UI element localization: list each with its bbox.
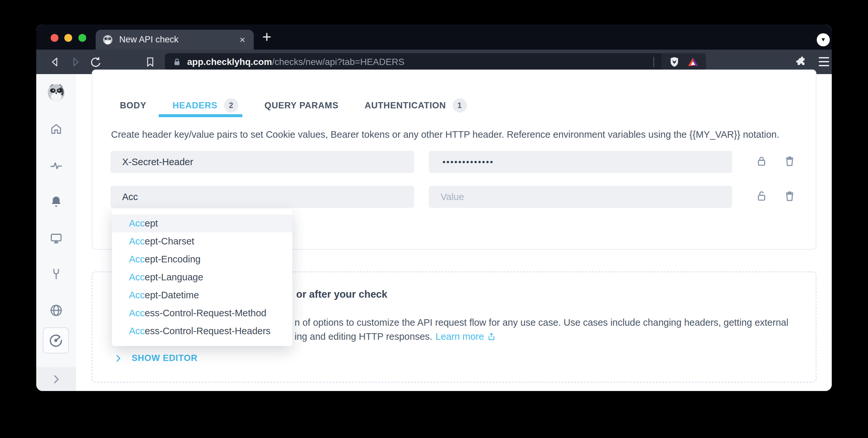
expand-sidebar-chevron-icon[interactable]: [50, 373, 62, 385]
autocomplete-option[interactable]: Accept-Datetime: [112, 286, 292, 304]
tab-query-params[interactable]: QUERY PARAMS: [265, 101, 339, 111]
close-window-button[interactable]: [51, 34, 58, 42]
section-body-line2-fragment: ing and editing HTTP responses.: [294, 331, 432, 342]
show-editor-button[interactable]: SHOW EDITOR: [113, 353, 197, 363]
menu-icon[interactable]: [819, 57, 829, 69]
brave-shield-icon[interactable]: [669, 56, 680, 68]
minimize-window-button[interactable]: [64, 34, 72, 42]
desktop-background: New API check × + ▼: [0, 0, 868, 438]
maintenance-wrench-icon[interactable]: [49, 267, 63, 281]
section-body-line2: ing and editing HTTP responses. Learn mo…: [294, 331, 496, 342]
chevron-right-icon: [113, 353, 123, 363]
back-icon[interactable]: [49, 56, 62, 68]
autocomplete-option[interactable]: Accept-Encoding: [112, 250, 292, 268]
checkly-favicon: [102, 34, 113, 45]
reload-icon[interactable]: [89, 56, 102, 69]
headers-description: Create header key/value pairs to set Coo…: [111, 129, 779, 140]
tab-body[interactable]: BODY: [120, 101, 146, 111]
tab-title: New API check: [119, 35, 238, 45]
bookmark-icon[interactable]: [144, 56, 156, 68]
url-host: app.checklyhq.com: [187, 57, 272, 67]
forward-icon[interactable]: [69, 56, 81, 68]
authentication-count-badge: 1: [453, 98, 467, 112]
header-value-input-1[interactable]: [429, 151, 732, 173]
autocomplete-option[interactable]: Accept-Language: [112, 268, 292, 286]
header-name-autocomplete-dropdown: Accept Accept-Charset Accept-Encoding Ac…: [112, 209, 292, 346]
autocomplete-option[interactable]: Access-Control-Request-Headers: [112, 322, 292, 340]
tab-search-button[interactable]: ▼: [817, 33, 830, 46]
home-icon[interactable]: [50, 123, 63, 135]
autocomplete-option[interactable]: Accept: [112, 214, 292, 232]
toolbar-separator: [653, 57, 654, 67]
close-tab-icon[interactable]: ×: [238, 35, 247, 45]
bat-token-icon[interactable]: [687, 56, 699, 68]
autocomplete-option[interactable]: Access-Control-Request-Method: [112, 304, 292, 322]
brave-badges: [661, 53, 706, 70]
dashboards-monitor-icon[interactable]: [49, 231, 63, 245]
browser-tab[interactable]: New API check ×: [96, 30, 254, 49]
app-sidebar: [36, 74, 76, 391]
external-link-icon: [487, 332, 496, 342]
browser-window: New API check × + ▼: [36, 25, 832, 391]
sidebar-footer: [36, 367, 76, 391]
learn-more-link[interactable]: Learn more: [436, 331, 496, 342]
zoom-window-button[interactable]: [79, 34, 86, 42]
tab-headers[interactable]: HEADERS 2: [173, 98, 238, 112]
tab-authentication[interactable]: AUTHENTICATION 1: [365, 98, 467, 112]
header-key-input-2[interactable]: [111, 186, 414, 208]
activity-pulse-icon[interactable]: [49, 159, 63, 173]
url-path: /checks/new/api?tab=HEADERS: [272, 57, 404, 67]
section-body-line1-fragment: n of options to customize the API reques…: [294, 317, 788, 328]
new-tab-button[interactable]: +: [262, 29, 271, 45]
delete-header-trash-icon[interactable]: [783, 155, 797, 168]
gauge-icon: [48, 333, 63, 348]
private-locations-globe-icon[interactable]: [49, 303, 63, 317]
active-tab-underline: [159, 114, 242, 117]
delete-header-trash-icon[interactable]: [783, 189, 797, 203]
tab-search-triangle-icon: ▼: [820, 37, 826, 43]
section-title-fragment: or after your check: [296, 289, 387, 300]
lock-closed-icon[interactable]: [755, 155, 768, 168]
checkly-logo[interactable]: [46, 82, 66, 103]
header-value-input-2[interactable]: [429, 186, 732, 208]
browser-tab-strip: New API check × + ▼: [36, 25, 832, 49]
lock-open-icon[interactable]: [755, 189, 768, 203]
url-bar[interactable]: app.checklyhq.com/checks/new/api?tab=HEA…: [165, 53, 664, 70]
app-content: BODY HEADERS 2 QUERY PARAMS AUTHENTICATI…: [36, 74, 832, 391]
extensions-puzzle-icon[interactable]: [795, 56, 807, 68]
alerts-bell-icon[interactable]: [49, 195, 63, 208]
header-key-input-1[interactable]: [111, 151, 414, 173]
headers-count-badge: 2: [224, 98, 238, 112]
secure-lock-icon: [172, 57, 182, 67]
request-options-tabs: BODY HEADERS 2 QUERY PARAMS AUTHENTICATI…: [120, 98, 467, 112]
autocomplete-option[interactable]: Accept-Charset: [112, 232, 292, 250]
sidebar-item-checks-active[interactable]: [43, 327, 69, 353]
